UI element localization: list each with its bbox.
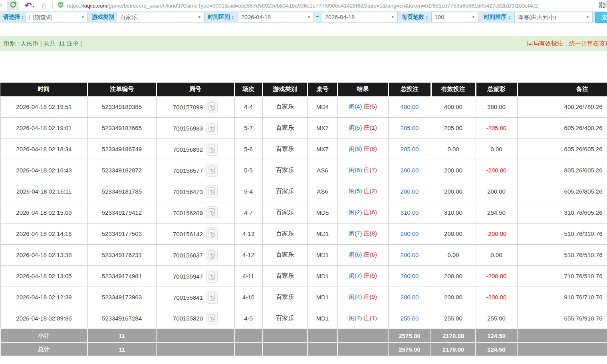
video-file-icon [208,233,216,239]
round-id-text: 700156473 [173,188,203,195]
video-replay-button[interactable] [206,270,218,283]
date-to-select[interactable]: 2026-04-18 ▼ [322,12,398,22]
round-id-text: 700156577 [173,167,203,174]
video-replay-button[interactable] [206,312,218,324]
column-header-remark: 备注 [517,83,607,96]
cell-valid-bet: 200.00 [431,160,476,181]
video-replay-button[interactable] [206,164,218,177]
security-shield-icon [58,1,64,10]
video-replay-button[interactable] [206,206,218,219]
cell-total-payout: 380.00 [476,96,517,117]
cell-time: 2026-04-18 02:15:09 [0,202,87,223]
page-size-value: 100 [434,14,444,20]
column-header-session: 场次 [234,83,262,96]
summary-total-bet: 2575.00 [388,329,431,342]
refresh-button[interactable] [7,1,19,10]
cell-bet-id: 523349174981 [87,265,156,287]
column-header-round-id: 局号 [156,83,234,96]
url-domain: kiqiiu.com [83,3,107,9]
video-replay-button[interactable] [206,291,218,304]
cell-bet-id: 523349177503 [87,223,156,244]
cell-valid-bet: 200.00 [431,223,476,244]
summary-empty [337,329,388,342]
video-replay-button[interactable] [206,101,218,113]
video-replay-button[interactable] [206,249,218,261]
cell-time: 2026-04-18 02:13:38 [0,244,87,265]
sort-select[interactable]: 降幂(由大到小) ▼ [514,12,593,22]
video-file-icon [208,275,216,281]
summary-empty [234,342,262,356]
cell-result: 闲(7) 庄(8) [337,223,388,244]
cell-game-type: 百家乐 [262,244,307,265]
table-row: 2026-04-18 02:19:01523349187665700156983… [0,117,607,138]
column-header-valid-bet: 有效投注 [431,83,476,96]
column-header-total-bet: 总投注 [388,83,431,96]
chevron-down-icon: ▼ [307,15,311,19]
cell-total-bet: 200.00 [388,287,431,308]
video-replay-button[interactable] [206,122,218,135]
cell-round-id: 700156983 [156,117,234,138]
cell-bet-id: 523349181785 [87,181,156,202]
cell-total-bet: 200.00 [388,244,431,265]
cell-session: 5-7 [234,117,262,138]
summary-label: 小计 [0,329,87,342]
result-player: 闲(4) [349,103,362,110]
spacer [0,51,607,83]
search-button[interactable]: 查询 [595,12,607,23]
query-type-select[interactable]: 日期查询 ▼ [26,12,88,22]
video-replay-button[interactable] [206,185,218,198]
column-header-table-no: 桌号 [307,83,337,96]
result-player: 闲(5) [349,188,362,194]
video-replay-button[interactable] [206,143,218,156]
result-player: 闲(6) [349,166,362,173]
result-banker: 庄(5) [364,103,377,110]
cell-total-payout: -200.00 [476,223,517,244]
date-from-select[interactable]: 2026-04-18 ▼ [238,12,314,22]
chevron-down-icon: ▼ [391,15,395,19]
cell-bet-id: 523349173963 [87,287,156,308]
cell-game-type: 百家乐 [262,265,307,287]
cell-table-no: MD1 [307,308,337,329]
table-row: 2026-04-18 02:16:11523349181785700156473… [0,181,607,202]
result-player: 闲(6) [349,251,362,258]
cell-remark: 310.76/605.26 [517,202,607,223]
cell-game-type: 百家乐 [262,160,307,181]
summary-valid-bet: 2170.00 [431,329,476,342]
result-player: 闲(7) [349,272,362,279]
table-row: 2026-04-18 02:09:36523349167284700155320… [0,308,607,329]
cell-result: 闲(5) 庄(2) [337,181,388,202]
sort-value: 降幂(由大到小) [518,14,556,21]
cell-time: 2026-04-18 02:19:01 [0,117,87,138]
cell-game-type: 百家乐 [262,96,307,117]
cell-time: 2026-04-18 02:16:43 [0,160,87,181]
game-category-select[interactable]: 百家乐 ▼ [117,12,204,22]
url-path: /game/betrecord_search/kind3?GameType=30… [107,3,538,9]
video-replay-button[interactable] [206,228,218,240]
address-bar[interactable]: https://kiqiiu.com/game/betrecord_search… [58,1,597,10]
cell-valid-bet: 255.00 [431,308,476,329]
result-banker: 庄(2) [364,188,377,194]
result-player: 闲(7) [349,315,362,321]
round-id-text: 700156037 [173,251,203,258]
cell-session: 4-4 [234,96,262,117]
cell-session: 5-5 [234,160,262,181]
page-size-select[interactable]: 100 ▼ [431,12,478,22]
undo-button[interactable]: ↶ ▾ [25,2,34,10]
round-id-text: 700156983 [173,125,203,131]
cell-valid-bet: 205.00 [431,117,476,138]
summary-empty [156,329,234,342]
column-header-bet-id: 注单编号 [87,83,156,96]
cell-table-no: MD5 [307,202,337,223]
home-button[interactable]: ⌂ [34,1,47,10]
cell-valid-bet: 200.00 [431,287,476,308]
video-file-icon [208,148,216,154]
cell-round-id: 700155947 [156,265,234,287]
table-row: 2026-04-18 02:19:51523349189385700157099… [0,96,607,117]
cell-remark: 510.76/510.76 [517,244,607,265]
column-header-time: 时间 [0,83,87,96]
summary-bar: 币别 : 人民币 | 总共 :11 注单 | 同局有效投注，统一计算在该局第 [0,36,607,51]
cell-table-no: MX7 [307,117,337,138]
round-id-text: 700156142 [173,230,203,237]
video-file-icon [208,318,216,324]
cell-total-bet: 200.00 [388,223,431,244]
